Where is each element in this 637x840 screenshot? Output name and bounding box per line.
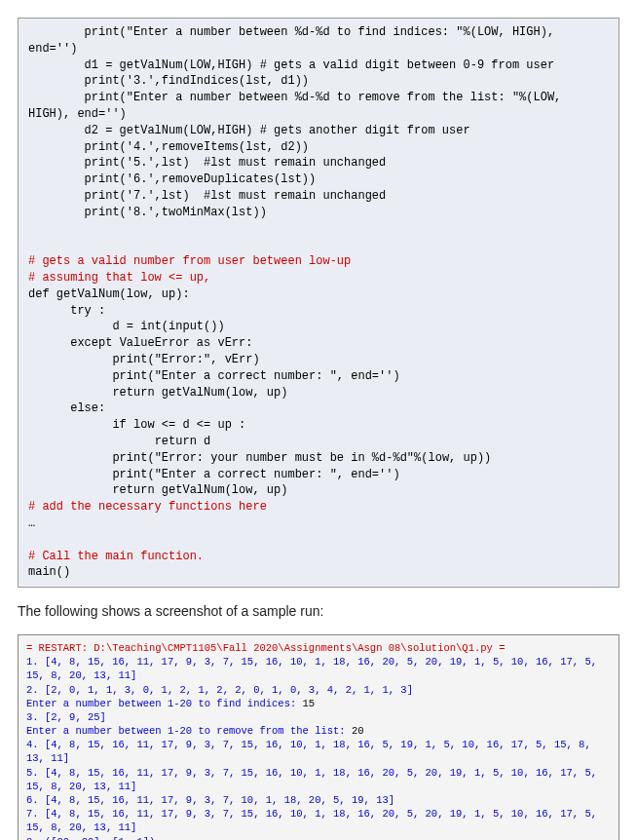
- code-line: print("Error:", vErr): [28, 353, 260, 366]
- user-input: 15: [303, 698, 316, 709]
- code-line: print("Enter a correct number: ", end=''…: [28, 468, 400, 481]
- console-output: = RESTART: D:\Teaching\CMPT1105\Fall 202…: [18, 634, 619, 840]
- code-comment: # Call the main function.: [28, 550, 204, 563]
- code-comment: # add the necessary functions here: [28, 500, 267, 514]
- code-line: if low <= d <= up :: [28, 418, 245, 432]
- python-source-code: print("Enter a number between %d-%d to f…: [18, 18, 619, 588]
- code-line: return getValNum(low, up): [28, 483, 287, 497]
- output-line: 6. [4, 8, 15, 16, 11, 17, 9, 3, 7, 10, 1…: [26, 794, 394, 806]
- code-line: d1 = getValNum(LOW,HIGH) # gets a valid …: [28, 58, 554, 72]
- code-comment: # gets a valid number from user between …: [28, 254, 351, 268]
- code-line: main(): [28, 565, 70, 579]
- code-line: try :: [28, 304, 105, 318]
- code-line: else:: [28, 401, 105, 415]
- user-input: 20: [352, 725, 364, 737]
- code-line: def getValNum(low, up):: [28, 287, 190, 301]
- code-line: print("Error: your number must be in %d-…: [28, 451, 491, 465]
- output-line: 1. [4, 8, 15, 16, 11, 17, 9, 3, 7, 15, 1…: [26, 656, 603, 681]
- prompt-text: Enter a number between 1-20 to find indi…: [26, 698, 303, 709]
- code-line: print('7.',lst) #lst must remain unchang…: [28, 189, 386, 203]
- caption-text: The following shows a screenshot of a sa…: [18, 603, 619, 619]
- code-line: return d: [28, 435, 210, 448]
- code-line: d2 = getValNum(LOW,HIGH) # gets another …: [28, 124, 470, 137]
- code-line: print("Enter a correct number: ", end=''…: [28, 369, 400, 383]
- output-line: 7. [4, 8, 15, 16, 11, 17, 9, 3, 7, 15, 1…: [26, 808, 603, 833]
- output-line: 2. [2, 0, 1, 1, 3, 0, 1, 2, 1, 2, 2, 0, …: [26, 684, 413, 696]
- restart-line: = RESTART: D:\Teaching\CMPT1105\Fall 202…: [26, 642, 505, 654]
- code-comment: # assuming that low <= up,: [28, 271, 210, 285]
- output-line: 4. [4, 8, 15, 16, 11, 17, 9, 3, 7, 15, 1…: [26, 739, 597, 764]
- code-line: return getValNum(low, up): [28, 386, 287, 400]
- code-line: print('8.',twoMinMax(lst)): [28, 206, 267, 219]
- code-line: …: [28, 516, 35, 530]
- prompt-text: Enter a number between 1-20 to remove fr…: [26, 725, 352, 737]
- code-line: print('3.',findIndices(lst, d1)): [28, 74, 309, 88]
- code-line: print("Enter a number between %d-%d to r…: [28, 91, 569, 121]
- output-line: 8. ([20, 20], [1, 1]): [26, 836, 155, 841]
- code-line: except ValueError as vErr:: [28, 336, 252, 350]
- output-line: 3. [2, 9, 25]: [26, 711, 106, 723]
- code-line: d = int(input()): [28, 320, 225, 333]
- output-line: 5. [4, 8, 15, 16, 11, 17, 9, 3, 7, 15, 1…: [26, 767, 603, 792]
- code-line: print("Enter a number between %d-%d to f…: [28, 25, 561, 56]
- code-line: print('4.',removeItems(lst, d2)): [28, 140, 309, 154]
- code-line: print('6.',removeDuplicates(lst)): [28, 172, 316, 186]
- code-line: print('5.',lst) #lst must remain unchang…: [28, 156, 386, 170]
